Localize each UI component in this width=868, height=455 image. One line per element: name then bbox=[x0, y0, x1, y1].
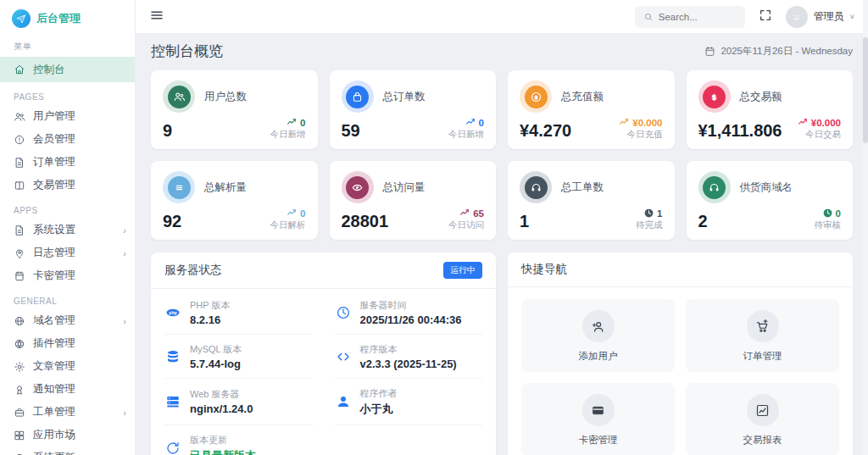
server-item-version-update[interactable]: 版本更新已是最新版本 bbox=[164, 425, 313, 455]
stat-card-total-visits[interactable]: 总访问量 28801 65 今日访问 bbox=[330, 161, 497, 240]
sidebar-item-users[interactable]: 用户管理 bbox=[0, 105, 135, 128]
chevron-right-icon: › bbox=[123, 408, 126, 418]
sidebar-item-orders[interactable]: 订单管理 bbox=[0, 151, 135, 174]
sidebar: 后台管理 菜单 控制台 PAGES 用户管理 系统设置 会员管理 订单管理 交易… bbox=[0, 0, 136, 455]
topbar: 管理员 ˅ bbox=[136, 0, 868, 34]
scrollbar[interactable] bbox=[863, 0, 868, 455]
sidebar-section-apps: APPS bbox=[0, 197, 135, 219]
sidebar-item-domains[interactable]: 域名管理 › bbox=[0, 309, 135, 332]
server-item-empty bbox=[335, 425, 483, 455]
search-icon bbox=[643, 12, 654, 22]
scrollbar-thumb[interactable] bbox=[863, 37, 868, 143]
sidebar-section-pages: PAGES bbox=[0, 83, 135, 105]
main-area: 管理员 ˅ 控制台概览 2025年11月26日 - Wednesday bbox=[136, 0, 868, 455]
svg-text:$: $ bbox=[534, 94, 537, 100]
server-item-time: 服务器时间2025/11/26 00:44:36 bbox=[335, 291, 483, 335]
list-icon bbox=[168, 176, 191, 199]
credit-card-icon bbox=[582, 394, 615, 426]
calendar-icon bbox=[14, 270, 25, 282]
document-icon bbox=[14, 157, 25, 169]
server-item-mysql: MySQL 版本5.7.44-log bbox=[164, 335, 313, 379]
clock-icon bbox=[335, 305, 352, 320]
server-status-panel: 服务器状态 运行中 php PHP 版本8.2.16 服务器时间2025/11/… bbox=[151, 252, 496, 455]
stat-card-supplier-domains[interactable]: 供货商域名 2 0 待审核 bbox=[687, 161, 854, 240]
trend-up-icon bbox=[459, 208, 470, 219]
sidebar-item-system-settings[interactable]: 系统设置 › bbox=[0, 219, 135, 241]
sidebar-section-menu: 菜单 bbox=[0, 31, 135, 56]
sidebar-item-work-orders[interactable]: 工单管理 › bbox=[0, 401, 135, 424]
bag-icon bbox=[346, 86, 369, 108]
sidebar-item-card-keys[interactable]: 卡密管理 bbox=[0, 264, 135, 287]
sidebar-item-members[interactable]: 系统设置 会员管理 bbox=[0, 128, 135, 151]
sidebar-item-logs[interactable]: 日志管理 › bbox=[0, 241, 135, 264]
sidebar-section-general: GENERAL bbox=[0, 287, 135, 309]
stat-value: 28801 bbox=[342, 212, 389, 231]
stat-cards: 用户总数 9 0 今日新增 总订单数 bbox=[151, 70, 853, 240]
smiley-icon bbox=[790, 10, 804, 24]
php-icon: php bbox=[164, 305, 181, 320]
app-logo-icon bbox=[12, 9, 31, 28]
svg-text:$: $ bbox=[712, 92, 716, 101]
sidebar-item-transactions[interactable]: 交易管理 bbox=[0, 174, 135, 197]
page-title: 控制台概览 bbox=[151, 42, 223, 61]
trend-up-icon bbox=[287, 208, 298, 219]
server-item-program-version: 程序版本v2.3.3 (2025-11-25) bbox=[335, 335, 483, 379]
calendar-icon bbox=[704, 46, 715, 57]
columns-icon bbox=[14, 180, 25, 191]
stat-card-total-users[interactable]: 用户总数 9 0 今日新增 bbox=[151, 70, 318, 149]
menu-toggle-button[interactable] bbox=[149, 8, 164, 26]
pin-icon bbox=[14, 247, 25, 259]
stat-card-total-tickets[interactable]: 总工单数 1 1 待完成 bbox=[508, 161, 675, 240]
quick-nav-card-key-management[interactable]: 卡密管理 bbox=[521, 383, 675, 455]
sidebar-item-dashboard[interactable]: 控制台 bbox=[0, 57, 135, 82]
sidebar-item-articles[interactable]: 文章管理 bbox=[0, 355, 135, 378]
coin-icon: $ bbox=[525, 86, 548, 108]
chevron-down-icon: ˅ bbox=[850, 13, 854, 21]
quick-nav-panel: 快捷导航 添加用户 订单管理 bbox=[508, 252, 853, 455]
app-title: 后台管理 bbox=[36, 11, 81, 26]
sidebar-item-plugins[interactable]: 插件管理 bbox=[0, 332, 135, 355]
clock-icon bbox=[643, 208, 654, 219]
sidebar-item-system-update[interactable]: 系统更新 bbox=[0, 447, 135, 455]
stat-value: 9 bbox=[163, 121, 172, 141]
logo[interactable]: 后台管理 bbox=[0, 0, 135, 31]
status-badge: 运行中 bbox=[443, 262, 482, 279]
quick-nav-add-user[interactable]: 添加用户 bbox=[521, 299, 675, 372]
briefcase-icon bbox=[14, 407, 25, 419]
avatar bbox=[786, 6, 808, 28]
stat-card-total-orders[interactable]: 总订单数 59 0 今日新增 bbox=[330, 70, 497, 149]
app-window: 后台管理 菜单 控制台 PAGES 用户管理 系统设置 会员管理 订单管理 交易… bbox=[0, 0, 868, 455]
sidebar-item-app-market[interactable]: 应用市场 bbox=[0, 424, 135, 447]
sphere-icon bbox=[14, 338, 25, 350]
globe-icon bbox=[14, 315, 25, 327]
stat-card-total-transactions[interactable]: $ 总交易额 ¥1,411.806 ¥0.000 今日交易 bbox=[687, 70, 854, 149]
search-input[interactable] bbox=[659, 12, 737, 22]
headset-icon bbox=[525, 176, 548, 199]
stat-card-total-resolutions[interactable]: 总解析量 92 0 今日解析 bbox=[151, 161, 318, 240]
document-icon bbox=[14, 225, 25, 236]
stat-value: 59 bbox=[342, 121, 360, 141]
fullscreen-button[interactable] bbox=[759, 8, 772, 25]
quick-nav-title: 快捷导航 bbox=[521, 262, 567, 277]
page-date: 2025年11月26日 - Wednesday bbox=[704, 45, 853, 58]
chevron-right-icon: › bbox=[123, 316, 126, 326]
stat-card-total-recharge[interactable]: $ 总充值额 ¥4.270 ¥0.000 今日充值 bbox=[508, 70, 675, 149]
cart-icon bbox=[747, 310, 779, 342]
member-icon bbox=[14, 134, 25, 146]
clock-icon bbox=[14, 452, 25, 455]
user-menu[interactable]: 管理员 ˅ bbox=[786, 6, 854, 28]
code-icon bbox=[335, 349, 352, 364]
home-icon bbox=[14, 64, 25, 75]
stat-value: ¥4.270 bbox=[520, 121, 571, 141]
database-icon bbox=[164, 349, 181, 364]
fullscreen-icon bbox=[759, 8, 772, 22]
trend-up-icon bbox=[287, 117, 298, 128]
stat-value: 1 bbox=[520, 212, 529, 231]
hamburger-icon bbox=[149, 8, 164, 23]
svg-text:php: php bbox=[169, 309, 177, 314]
gear-icon bbox=[14, 361, 25, 373]
quick-nav-order-management[interactable]: 订单管理 bbox=[686, 299, 839, 372]
quick-nav-transaction-report[interactable]: 交易报表 bbox=[686, 383, 839, 455]
sidebar-item-notifications[interactable]: 通知管理 bbox=[0, 378, 135, 401]
clock-icon bbox=[822, 208, 833, 219]
